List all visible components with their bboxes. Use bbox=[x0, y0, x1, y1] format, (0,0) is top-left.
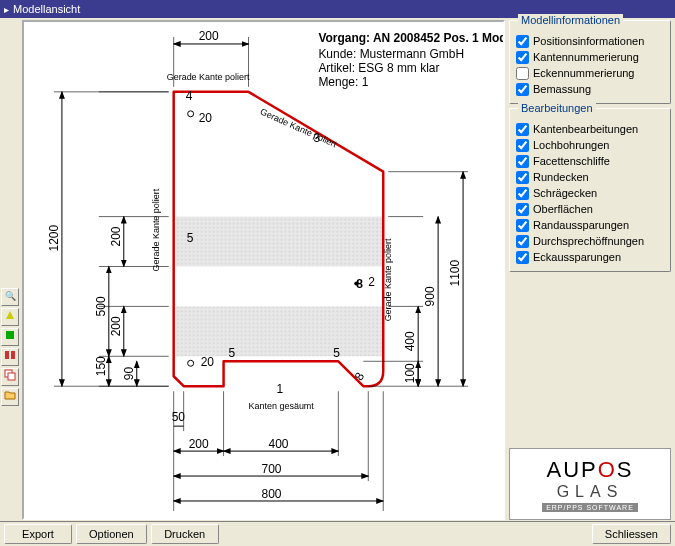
svg-text:150: 150 bbox=[94, 356, 108, 376]
checkbox-label: Eckennummerierung bbox=[533, 67, 635, 79]
search-icon[interactable]: 🔍 bbox=[1, 288, 19, 306]
checkbox-kantenbearbeitungen[interactable]: Kantenbearbeitungen bbox=[516, 121, 664, 137]
svg-text:Gerade Kante poliert: Gerade Kante poliert bbox=[151, 188, 161, 271]
checkbox-label: Randaussparungen bbox=[533, 219, 629, 231]
checkbox-kantennummerierung[interactable]: Kantennummerierung bbox=[516, 49, 664, 65]
svg-text:400: 400 bbox=[268, 437, 288, 451]
svg-text:Gerade Kante poliert: Gerade Kante poliert bbox=[259, 107, 339, 150]
svg-rect-2 bbox=[11, 351, 15, 359]
folder-icon[interactable] bbox=[1, 388, 19, 406]
square-icon[interactable] bbox=[1, 328, 19, 346]
checkbox-label: Facettenschliffe bbox=[533, 155, 610, 167]
svg-text:2: 2 bbox=[368, 275, 375, 289]
svg-text:900: 900 bbox=[423, 286, 437, 306]
svg-text:Gerade Kante poliert: Gerade Kante poliert bbox=[383, 238, 393, 321]
svg-text:4: 4 bbox=[186, 89, 193, 103]
svg-rect-4 bbox=[8, 373, 15, 380]
svg-text:1: 1 bbox=[276, 382, 283, 396]
svg-text:20: 20 bbox=[201, 355, 215, 369]
checkbox-label: Eckaussparungen bbox=[533, 251, 621, 263]
checkbox-label: Bemassung bbox=[533, 83, 591, 95]
hole-1 bbox=[188, 111, 194, 117]
svg-rect-0 bbox=[6, 331, 14, 339]
checkbox-input[interactable] bbox=[516, 123, 529, 136]
svg-text:5: 5 bbox=[333, 346, 340, 360]
app-icon: ▸ bbox=[4, 4, 9, 15]
options-button[interactable]: Optionen bbox=[76, 524, 147, 544]
svg-text:200: 200 bbox=[109, 316, 123, 336]
checkbox-input[interactable] bbox=[516, 67, 529, 80]
split-icon[interactable] bbox=[1, 348, 19, 366]
svg-text:1100: 1100 bbox=[448, 259, 462, 286]
svg-text:400: 400 bbox=[403, 331, 417, 351]
svg-text:500: 500 bbox=[94, 296, 108, 316]
checkbox-input[interactable] bbox=[516, 155, 529, 168]
checkbox-label: Kantennummerierung bbox=[533, 51, 639, 63]
group-processing: KantenbearbeitungenLochbohrungenFacetten… bbox=[509, 108, 671, 272]
print-button[interactable]: Drucken bbox=[151, 524, 219, 544]
checkbox-input[interactable] bbox=[516, 83, 529, 96]
surface-b bbox=[176, 306, 384, 356]
checkbox-lochbohrungen[interactable]: Lochbohrungen bbox=[516, 137, 664, 153]
checkbox-positionsinformationen[interactable]: Positionsinformationen bbox=[516, 33, 664, 49]
svg-text:8: 8 bbox=[352, 370, 368, 383]
checkbox-oberfl-chen[interactable]: Oberflächen bbox=[516, 201, 664, 217]
svg-text:Kanten gesäumt: Kanten gesäumt bbox=[249, 401, 315, 411]
svg-text:800: 800 bbox=[261, 487, 281, 501]
svg-text:1200: 1200 bbox=[47, 225, 61, 252]
drawing-canvas: Vorgang: AN 2008452 Pos. 1 Mod. 3 Kunde:… bbox=[22, 20, 505, 520]
svg-text:5: 5 bbox=[229, 346, 236, 360]
svg-text:Kunde: Mustermann GmbH: Kunde: Mustermann GmbH bbox=[318, 47, 464, 61]
checkbox-input[interactable] bbox=[516, 187, 529, 200]
checkbox-facettenschliffe[interactable]: Facettenschliffe bbox=[516, 153, 664, 169]
surface-a bbox=[176, 217, 384, 267]
checkbox-input[interactable] bbox=[516, 35, 529, 48]
svg-text:200: 200 bbox=[189, 437, 209, 451]
checkbox-input[interactable] bbox=[516, 251, 529, 264]
hole-2 bbox=[188, 360, 194, 366]
checkbox-label: Durchsprechöffnungen bbox=[533, 235, 644, 247]
button-bar: Export Optionen Drucken Schliessen bbox=[0, 521, 675, 546]
checkbox-label: Lochbohrungen bbox=[533, 139, 609, 151]
svg-text:Menge: 1: Menge: 1 bbox=[318, 75, 368, 89]
svg-text:200: 200 bbox=[109, 226, 123, 246]
svg-text:100: 100 bbox=[403, 363, 417, 383]
checkbox-rundecken[interactable]: Rundecken bbox=[516, 169, 664, 185]
group-modelinfo: PositionsinformationenKantennummerierung… bbox=[509, 20, 671, 104]
svg-text:20: 20 bbox=[199, 111, 213, 125]
logo: AUPOS GLAS ERP/PPS SOFTWARE bbox=[509, 448, 671, 520]
svg-text:8: 8 bbox=[356, 277, 363, 291]
checkbox-schr-gecken[interactable]: Schrägecken bbox=[516, 185, 664, 201]
triangle-icon[interactable] bbox=[1, 308, 19, 326]
svg-text:50: 50 bbox=[172, 410, 186, 424]
window-title: Modellansicht bbox=[13, 3, 80, 15]
svg-text:5: 5 bbox=[187, 231, 194, 245]
checkbox-input[interactable] bbox=[516, 219, 529, 232]
svg-text:Artikel: ESG 8 mm klar: Artikel: ESG 8 mm klar bbox=[318, 61, 439, 75]
svg-text:200: 200 bbox=[199, 29, 219, 43]
checkbox-input[interactable] bbox=[516, 235, 529, 248]
checkbox-input[interactable] bbox=[516, 203, 529, 216]
svg-rect-1 bbox=[5, 351, 9, 359]
checkbox-durchsprech-ffnungen[interactable]: Durchsprechöffnungen bbox=[516, 233, 664, 249]
checkbox-eckennummerierung[interactable]: Eckennummerierung bbox=[516, 65, 664, 81]
checkbox-label: Kantenbearbeitungen bbox=[533, 123, 638, 135]
checkbox-input[interactable] bbox=[516, 171, 529, 184]
checkbox-label: Schrägecken bbox=[533, 187, 597, 199]
checkbox-randaussparungen[interactable]: Randaussparungen bbox=[516, 217, 664, 233]
checkbox-bemassung[interactable]: Bemassung bbox=[516, 81, 664, 97]
checkbox-eckaussparungen[interactable]: Eckaussparungen bbox=[516, 249, 664, 265]
checkbox-label: Positionsinformationen bbox=[533, 35, 644, 47]
svg-text:Gerade Kante poliert: Gerade Kante poliert bbox=[167, 72, 250, 82]
svg-text:700: 700 bbox=[261, 462, 281, 476]
export-button[interactable]: Export bbox=[4, 524, 72, 544]
close-button[interactable]: Schliessen bbox=[592, 524, 671, 544]
checkbox-label: Oberflächen bbox=[533, 203, 593, 215]
checkbox-input[interactable] bbox=[516, 51, 529, 64]
svg-text:90: 90 bbox=[122, 367, 136, 381]
checkbox-label: Rundecken bbox=[533, 171, 589, 183]
drawing-title: Vorgang: AN 2008452 Pos. 1 Mod. 3 bbox=[318, 31, 503, 45]
copy-icon[interactable] bbox=[1, 368, 19, 386]
side-toolbar: 🔍 bbox=[0, 18, 20, 522]
checkbox-input[interactable] bbox=[516, 139, 529, 152]
